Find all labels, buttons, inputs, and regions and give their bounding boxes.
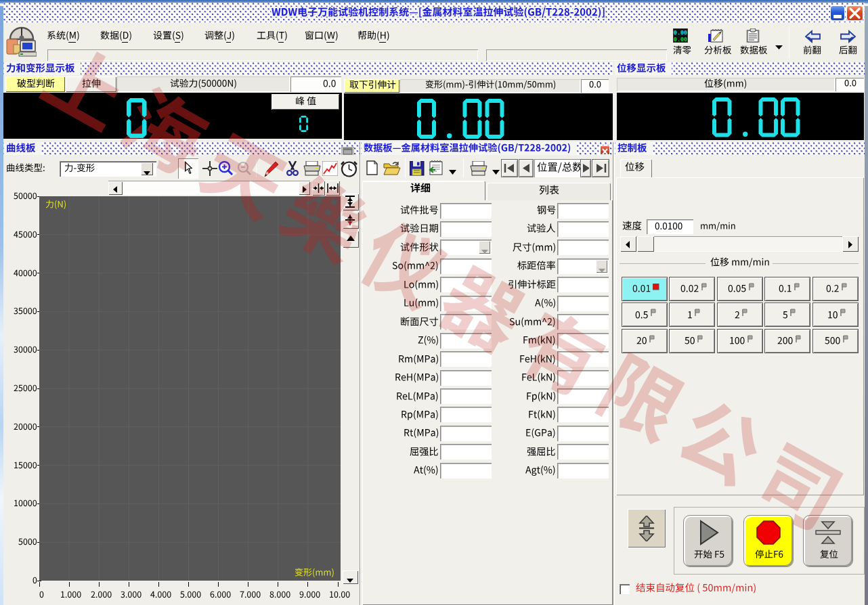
svg-text:0.00: 0.00 <box>674 30 687 37</box>
svg-text:0.00: 0.00 <box>674 37 687 43</box>
